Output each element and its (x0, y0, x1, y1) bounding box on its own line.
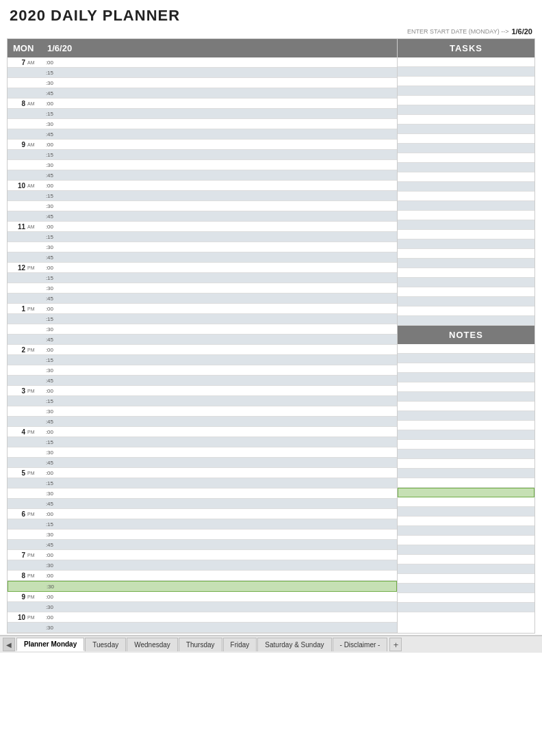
tab---disclaimer--[interactable]: - Disclaimer - (333, 638, 388, 651)
tab-thursday[interactable]: Thursday (179, 638, 222, 651)
time-row[interactable]: :30 (8, 530, 397, 540)
time-content[interactable] (55, 376, 397, 385)
time-row[interactable]: :15 (8, 314, 397, 324)
task-row[interactable] (398, 201, 534, 211)
time-content[interactable] (55, 458, 397, 467)
time-row[interactable]: :45 (8, 252, 397, 263)
time-row[interactable]: :15 (8, 273, 397, 283)
note-row[interactable] (398, 584, 534, 593)
time-content[interactable] (55, 417, 397, 426)
time-content[interactable] (55, 488, 397, 498)
note-row[interactable] (398, 603, 534, 612)
note-row[interactable] (398, 478, 534, 488)
time-row[interactable]: :45 (8, 417, 397, 427)
time-row[interactable]: :30 (8, 560, 397, 571)
tab-nav-left[interactable]: ◀ (3, 638, 15, 651)
time-content[interactable] (55, 447, 397, 457)
time-row[interactable]: 7 AM :00 (8, 57, 397, 68)
task-row[interactable] (398, 153, 534, 163)
time-content[interactable] (55, 129, 397, 139)
time-content[interactable] (55, 478, 397, 488)
time-content[interactable] (55, 109, 397, 118)
task-row[interactable] (398, 96, 534, 105)
time-row[interactable]: 9 AM :00 (8, 140, 397, 150)
start-date-value[interactable]: 1/6/20 (511, 27, 532, 36)
note-row[interactable] (398, 488, 534, 497)
task-row[interactable] (398, 259, 534, 268)
task-row[interactable] (398, 182, 534, 192)
task-row[interactable] (398, 287, 534, 297)
task-row[interactable] (398, 249, 534, 259)
task-row[interactable] (398, 239, 534, 249)
time-content[interactable] (55, 386, 397, 395)
time-content[interactable] (55, 592, 397, 601)
time-row[interactable]: :30 (8, 119, 397, 129)
time-content[interactable] (55, 294, 397, 303)
task-row[interactable] (398, 211, 534, 220)
time-content[interactable] (55, 222, 397, 231)
time-content[interactable] (55, 396, 397, 406)
time-row[interactable]: :30 (8, 242, 397, 252)
time-content[interactable] (55, 519, 397, 529)
time-row[interactable]: :45 (8, 335, 397, 345)
time-content[interactable] (55, 468, 397, 478)
tab-wednesday[interactable]: Wednesday (127, 638, 178, 651)
time-content[interactable] (55, 283, 397, 293)
time-content[interactable] (55, 324, 397, 334)
time-content[interactable] (55, 427, 397, 436)
time-row[interactable]: :45 (8, 540, 397, 550)
time-row[interactable]: :15 (8, 355, 397, 365)
time-row[interactable]: :30 (8, 365, 397, 376)
time-content[interactable] (55, 150, 397, 159)
tab-saturday--sunday[interactable]: Saturday & Sunday (257, 638, 331, 651)
time-content[interactable] (56, 582, 396, 591)
task-row[interactable] (398, 125, 534, 134)
time-row[interactable]: 7 PM :00 (8, 550, 397, 560)
task-row[interactable] (398, 230, 534, 239)
time-row[interactable]: :30 (8, 488, 397, 499)
note-row[interactable] (398, 373, 534, 382)
time-row[interactable]: :45 (8, 458, 397, 468)
time-content[interactable] (55, 99, 397, 108)
task-row[interactable] (398, 115, 534, 125)
time-row[interactable]: :30 (8, 581, 397, 592)
task-row[interactable] (398, 105, 534, 115)
time-row[interactable]: 10 PM :00 (8, 612, 397, 623)
time-row[interactable]: :15 (8, 478, 397, 488)
time-content[interactable] (55, 304, 397, 313)
tab-friday[interactable]: Friday (223, 638, 257, 651)
note-row[interactable] (398, 440, 534, 449)
time-content[interactable] (55, 540, 397, 549)
time-row[interactable]: 2 PM :00 (8, 345, 397, 355)
time-content[interactable] (55, 365, 397, 375)
time-content[interactable] (55, 499, 397, 508)
time-content[interactable] (55, 57, 397, 67)
note-row[interactable] (398, 421, 534, 430)
note-row[interactable] (398, 593, 534, 603)
time-row[interactable]: :30 (8, 623, 397, 633)
time-row[interactable]: :15 (8, 191, 397, 201)
time-row[interactable]: :30 (8, 160, 397, 170)
tab-tuesday[interactable]: Tuesday (85, 638, 126, 651)
time-row[interactable]: :30 (8, 201, 397, 211)
note-row[interactable] (398, 526, 534, 536)
time-content[interactable] (55, 263, 397, 272)
task-row[interactable] (398, 220, 534, 230)
time-content[interactable] (55, 335, 397, 344)
note-row[interactable] (398, 430, 534, 440)
note-row[interactable] (398, 449, 534, 459)
time-content[interactable] (55, 509, 397, 519)
time-content[interactable] (55, 571, 397, 580)
time-row[interactable]: :30 (8, 406, 397, 417)
time-row[interactable]: 3 PM :00 (8, 386, 397, 396)
time-row[interactable]: 9 PM :00 (8, 592, 397, 602)
time-row[interactable]: :30 (8, 283, 397, 294)
time-row[interactable]: 10 AM :00 (8, 181, 397, 191)
note-row[interactable] (398, 363, 534, 373)
time-row[interactable]: 4 PM :00 (8, 427, 397, 437)
note-row[interactable] (398, 536, 534, 545)
time-row[interactable]: :45 (8, 211, 397, 222)
task-row[interactable] (398, 163, 534, 172)
note-row[interactable] (398, 574, 534, 584)
note-row[interactable] (398, 564, 534, 574)
